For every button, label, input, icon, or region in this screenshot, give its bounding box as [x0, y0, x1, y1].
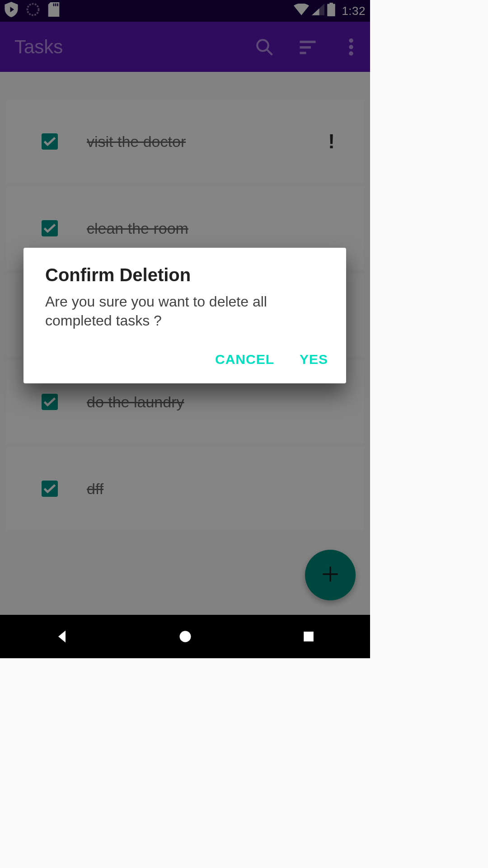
- dialog-title: Confirm Deletion: [23, 248, 346, 289]
- yes-button[interactable]: YES: [300, 352, 328, 367]
- cancel-button[interactable]: CANCEL: [215, 352, 274, 367]
- home-button[interactable]: [172, 623, 199, 650]
- confirm-deletion-dialog: Confirm Deletion Are you sure you want t…: [23, 248, 346, 383]
- dialog-actions: CANCEL YES: [23, 335, 346, 375]
- dialog-message: Are you sure you want to delete all comp…: [23, 289, 346, 335]
- svg-point-16: [179, 631, 191, 642]
- modal-scrim[interactable]: Confirm Deletion Are you sure you want t…: [0, 0, 370, 615]
- system-nav-bar: [0, 615, 370, 658]
- svg-rect-17: [304, 632, 314, 642]
- recents-button[interactable]: [295, 623, 322, 650]
- back-button[interactable]: [48, 623, 75, 650]
